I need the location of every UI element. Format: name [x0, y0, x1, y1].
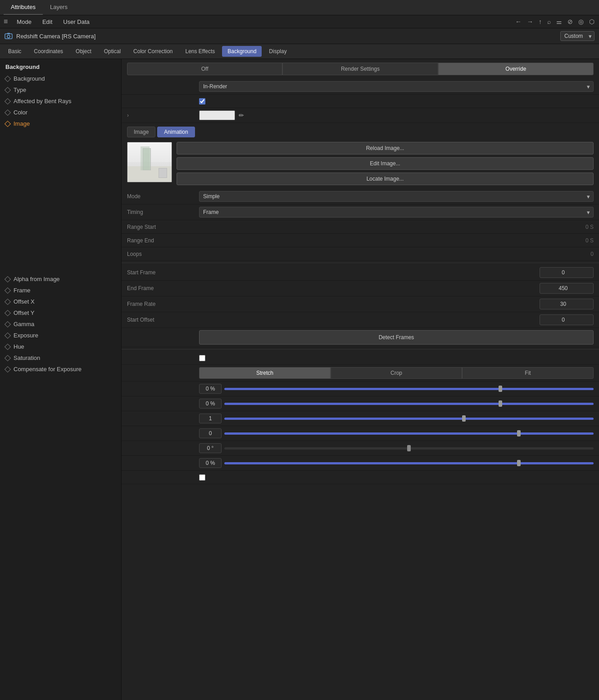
- tab-optical[interactable]: Optical: [99, 46, 126, 57]
- menu-edit[interactable]: Edit: [41, 18, 54, 26]
- nav-search-icon[interactable]: ⌕: [546, 17, 552, 26]
- tab-color-correction[interactable]: Color Correction: [128, 46, 178, 57]
- mode-dropdown[interactable]: Simple: [199, 191, 594, 202]
- prop-item-offset-x[interactable]: Offset X: [0, 296, 121, 307]
- end-frame-value[interactable]: [199, 283, 594, 294]
- tab-attributes[interactable]: Attributes: [4, 0, 43, 15]
- diamond-icon-background: [5, 75, 11, 82]
- prop-label-affected: Affected by Bent Rays: [14, 98, 71, 105]
- section-title: Background: [0, 59, 121, 73]
- toggle-off-btn[interactable]: Off: [127, 63, 282, 75]
- exposure-row: 0: [122, 426, 599, 441]
- toggle-render-settings-btn[interactable]: Render Settings: [282, 63, 438, 75]
- tab-object[interactable]: Object: [70, 46, 97, 57]
- saturation-val-box[interactable]: 0 %: [199, 458, 222, 468]
- tab-display[interactable]: Display: [263, 46, 292, 57]
- menu-user-data[interactable]: User Data: [61, 18, 91, 26]
- prop-item-hue[interactable]: Hue: [0, 341, 121, 352]
- prop-label-hue: Hue: [14, 343, 24, 350]
- start-frame-value[interactable]: [199, 267, 594, 278]
- prop-item-type[interactable]: Type: [0, 84, 121, 95]
- eyedropper-btn[interactable]: ✏: [238, 111, 245, 120]
- alpha-from-image-row: [122, 351, 599, 365]
- edit-image-btn[interactable]: Edit Image...: [177, 157, 594, 170]
- offset-y-val-box[interactable]: 0 %: [199, 399, 222, 409]
- gamma-row: 1: [122, 411, 599, 426]
- offset-x-slider[interactable]: [224, 388, 594, 390]
- prop-item-frame[interactable]: Frame: [0, 285, 121, 296]
- toggle-override-btn[interactable]: Override: [438, 63, 594, 75]
- locate-image-btn[interactable]: Locate Image...: [177, 173, 594, 185]
- start-offset-input[interactable]: [540, 314, 594, 325]
- exposure-slider[interactable]: [224, 432, 594, 435]
- prop-item-offset-y[interactable]: Offset Y: [0, 307, 121, 318]
- nav-target-icon[interactable]: ◎: [577, 17, 585, 26]
- gamma-val-box[interactable]: 1: [199, 414, 222, 423]
- loops-label: Loops: [127, 251, 199, 257]
- preset-dropdown[interactable]: Custom: [560, 31, 594, 41]
- offset-x-val-box[interactable]: 0 %: [199, 384, 222, 394]
- prop-item-background[interactable]: Background: [0, 73, 121, 84]
- reload-image-btn[interactable]: Reload Image...: [177, 142, 594, 155]
- saturation-value: 0 %: [199, 458, 594, 468]
- start-offset-value[interactable]: [199, 314, 594, 325]
- diamond-icon-offset-x: [5, 298, 11, 305]
- mode-label: Mode: [127, 193, 199, 200]
- hamburger-icon[interactable]: ≡: [4, 18, 8, 26]
- prop-label-exposure: Exposure: [14, 332, 38, 339]
- frame-rate-input[interactable]: [540, 299, 594, 309]
- mode-value: Simple: [199, 191, 594, 202]
- timing-dropdown[interactable]: Frame: [199, 207, 594, 218]
- gamma-slider[interactable]: [224, 418, 594, 420]
- frame-stretch-btn[interactable]: Stretch: [199, 367, 331, 379]
- tab-layers[interactable]: Layers: [43, 0, 75, 15]
- prop-item-compensate[interactable]: Compensate for Exposure: [0, 364, 121, 375]
- affected-checkbox[interactable]: [199, 98, 205, 105]
- prop-item-alpha-from-image[interactable]: Alpha from Image: [0, 273, 121, 285]
- timing-dropdown-wrapper[interactable]: Frame: [199, 207, 594, 218]
- tab-basic[interactable]: Basic: [3, 46, 27, 57]
- frame-fit-btn[interactable]: Fit: [462, 367, 594, 379]
- color-expand-icon[interactable]: ›: [127, 112, 129, 118]
- nav-external-icon[interactable]: ⬡: [588, 17, 595, 26]
- tab-lens-effects[interactable]: Lens Effects: [180, 46, 220, 57]
- object-title-bar: Redshift Camera [RS Camera] Custom: [0, 28, 599, 44]
- end-frame-input[interactable]: [540, 283, 594, 294]
- nav-filter-icon[interactable]: ⚌: [555, 17, 563, 26]
- prop-item-image[interactable]: Image: [0, 118, 121, 129]
- detect-frames-btn[interactable]: Detect Frames: [199, 330, 594, 345]
- type-row: In-Render: [122, 79, 599, 95]
- frame-crop-btn[interactable]: Crop: [331, 367, 462, 379]
- hue-val-box[interactable]: 0 °: [199, 443, 222, 453]
- diamond-icon-compensate: [5, 366, 11, 372]
- loops-value: 0: [199, 251, 594, 257]
- prop-item-saturation[interactable]: Saturation: [0, 352, 121, 364]
- tab-background[interactable]: Background: [222, 46, 262, 57]
- prop-item-affected-bent-rays[interactable]: Affected by Bent Rays: [0, 95, 121, 107]
- preset-dropdown-wrapper[interactable]: Custom: [560, 31, 594, 41]
- hue-thumb[interactable]: [407, 445, 411, 451]
- type-dropdown-wrapper[interactable]: In-Render: [199, 81, 594, 92]
- start-frame-label: Start Frame: [127, 269, 199, 276]
- exposure-val-box[interactable]: 0: [199, 428, 222, 438]
- frame-rate-value[interactable]: [199, 299, 594, 309]
- tab-coordinates[interactable]: Coordinates: [28, 46, 68, 57]
- mode-dropdown-wrapper[interactable]: Simple: [199, 191, 594, 202]
- nav-back-icon[interactable]: ←: [514, 17, 522, 26]
- saturation-slider[interactable]: [224, 462, 594, 464]
- nav-lock-icon[interactable]: ⊘: [567, 17, 574, 26]
- nav-forward-icon[interactable]: →: [526, 17, 534, 26]
- prop-item-color[interactable]: Color: [0, 107, 121, 118]
- type-dropdown[interactable]: In-Render: [199, 81, 594, 92]
- compensate-checkbox[interactable]: [199, 474, 205, 481]
- image-tab-image[interactable]: Image: [127, 127, 155, 137]
- nav-up-icon[interactable]: ↑: [538, 17, 543, 26]
- color-swatch[interactable]: [199, 110, 235, 120]
- offset-y-slider[interactable]: [224, 403, 594, 405]
- alpha-from-image-checkbox[interactable]: [199, 355, 205, 361]
- prop-item-gamma[interactable]: Gamma: [0, 318, 121, 330]
- menu-mode[interactable]: Mode: [15, 18, 33, 26]
- prop-item-exposure[interactable]: Exposure: [0, 330, 121, 341]
- image-tab-animation[interactable]: Animation: [157, 127, 195, 137]
- start-frame-input[interactable]: [540, 267, 594, 278]
